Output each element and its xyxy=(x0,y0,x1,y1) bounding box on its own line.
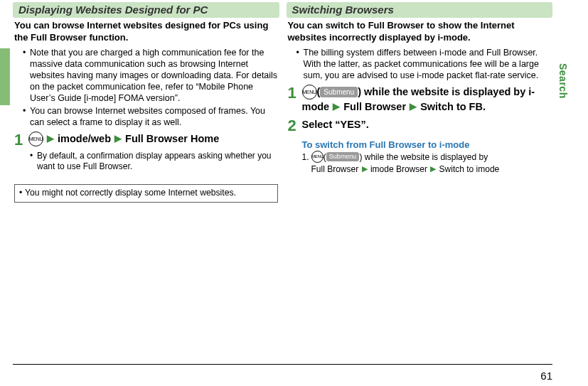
arrow-icon: ▶ xyxy=(429,163,437,174)
submenu-pill: Submenu xyxy=(320,87,358,97)
page-body: Displaying Websites Designed for PC You … xyxy=(0,0,588,203)
left-step-sub: By default, a confirmation display appea… xyxy=(13,149,279,178)
arrow-icon: ▶ xyxy=(332,101,341,113)
substep-tail: while the website is displayed by xyxy=(362,152,488,162)
step-part: Full Browser Home xyxy=(125,133,219,144)
step-part: Full Browser xyxy=(343,101,406,112)
right-step-1: 1 MENU(Submenu) while the website is dis… xyxy=(287,82,553,115)
left-intro: You can browse Internet websites designe… xyxy=(13,20,279,47)
right-column: Switching Browsers You can switch to Ful… xyxy=(287,2,553,203)
substep-part: imode Browser xyxy=(370,164,427,174)
substep-prefix: 1. xyxy=(302,152,311,162)
left-step-1: 1 MENU ▶ imode/web ▶ Full Browser Home xyxy=(13,129,279,149)
page-number: 61 xyxy=(540,370,552,382)
footer-rule xyxy=(13,364,552,365)
arrow-icon: ▶ xyxy=(361,163,368,174)
side-tab-label: Search xyxy=(557,63,569,99)
right-bullets: The billing system differs between i-mod… xyxy=(287,47,553,81)
right-intro: You can switch to Full Browser to show t… xyxy=(287,20,553,47)
note-box: You might not correctly display some Int… xyxy=(14,184,278,203)
submenu-pill: Submenu xyxy=(326,152,360,161)
step-number: 1 xyxy=(14,132,24,148)
menu-icon: MENU xyxy=(311,151,324,163)
substep-part: Full Browser xyxy=(311,164,359,174)
menu-icon: MENU xyxy=(302,85,317,100)
right-step-2: 2 Select “YES”. xyxy=(287,115,553,135)
step-part: Switch to FB. xyxy=(420,101,486,112)
left-column: Displaying Websites Designed for PC You … xyxy=(13,2,279,203)
left-green-tab xyxy=(0,48,10,105)
list-item: You might not correctly display some Int… xyxy=(19,188,273,198)
right-section-header: Switching Browsers xyxy=(287,2,553,18)
substep: 1. MENU(Submenu) while the website is di… xyxy=(287,151,553,176)
menu-icon: MENU xyxy=(28,132,43,146)
list-item: You can browse Internet websites compose… xyxy=(23,105,278,128)
list-item: The billing system differs between i-mod… xyxy=(296,47,552,81)
arrow-icon: ▶ xyxy=(114,133,122,145)
left-section-header: Displaying Websites Designed for PC xyxy=(13,2,279,18)
list-item: By default, a confirmation display appea… xyxy=(30,151,278,173)
arrow-icon: ▶ xyxy=(409,101,417,113)
substep-part: Switch to imode xyxy=(439,164,500,174)
left-bullets: Note that you are charged a high communi… xyxy=(13,47,279,128)
step-number: 1 xyxy=(288,85,298,101)
list-item: Note that you are charged a high communi… xyxy=(23,47,278,104)
step-number: 2 xyxy=(288,118,298,134)
step-part: imode/web xyxy=(58,133,111,144)
step-text: Select “YES”. xyxy=(302,118,552,132)
arrow-icon: ▶ xyxy=(46,133,55,145)
subhead: To switch from Full Browser to i-mode xyxy=(287,135,553,151)
